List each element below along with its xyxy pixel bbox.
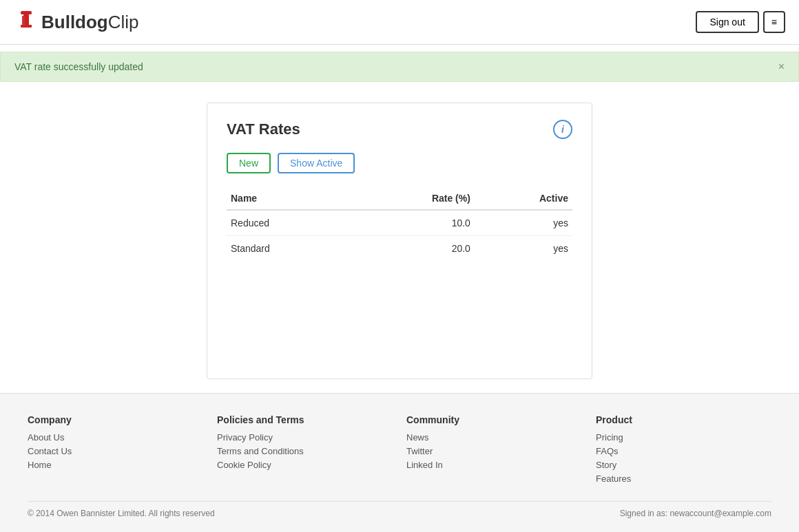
footer-link[interactable]: Story bbox=[596, 460, 771, 470]
footer-col-heading-1: Policies and Terms bbox=[217, 414, 393, 425]
logo-text: BulldogClip bbox=[41, 12, 139, 33]
col-header-rate: Rate (%) bbox=[351, 187, 475, 210]
cell-rate: 20.0 bbox=[351, 236, 475, 262]
alert-close-button[interactable]: × bbox=[778, 61, 785, 73]
footer-grid: CompanyAbout UsContact UsHomePolicies an… bbox=[28, 414, 771, 487]
footer-link[interactable]: Twitter bbox=[406, 446, 582, 456]
vat-rates-table: Name Rate (%) Active Reduced 10.0 yes St… bbox=[227, 187, 572, 261]
footer-link[interactable]: Linked In bbox=[406, 460, 582, 470]
footer-link[interactable]: Features bbox=[596, 474, 771, 484]
footer-link[interactable]: Privacy Policy bbox=[217, 432, 393, 443]
card-header: VAT Rates i bbox=[227, 120, 572, 139]
signout-button[interactable]: Sign out bbox=[696, 11, 758, 33]
footer-col-2: CommunityNewsTwitterLinked In bbox=[406, 414, 582, 487]
header-actions: Sign out ≡ bbox=[696, 11, 785, 33]
footer-link[interactable]: Contact Us bbox=[28, 446, 203, 456]
footer-link[interactable]: Terms and Conditions bbox=[217, 446, 393, 456]
cell-name: Reduced bbox=[227, 210, 351, 236]
alert-message: VAT rate successfully updated bbox=[14, 61, 143, 72]
footer-link[interactable]: Home bbox=[28, 460, 203, 470]
card-title: VAT Rates bbox=[227, 120, 300, 138]
footer-link[interactable]: FAQs bbox=[596, 446, 771, 456]
bulldog-clip-logo-icon bbox=[14, 10, 39, 34]
cell-active: yes bbox=[475, 236, 572, 262]
header: BulldogClip Sign out ≡ bbox=[0, 0, 799, 45]
footer-bottom: © 2014 Owen Bannister Limited. All right… bbox=[28, 501, 771, 518]
footer-link[interactable]: About Us bbox=[28, 432, 203, 443]
action-buttons: New Show Active bbox=[227, 153, 572, 173]
footer-link[interactable]: News bbox=[406, 432, 582, 443]
col-header-active: Active bbox=[475, 187, 572, 210]
footer-col-heading-0: Company bbox=[28, 414, 203, 425]
footer-col-1: Policies and TermsPrivacy PolicyTerms an… bbox=[217, 414, 393, 487]
logo: BulldogClip bbox=[14, 10, 139, 34]
vat-rates-card: VAT Rates i New Show Active Name Rate (%… bbox=[207, 103, 592, 379]
svg-rect-0 bbox=[21, 11, 32, 14]
cell-name: Standard bbox=[227, 236, 351, 262]
cell-active: yes bbox=[475, 210, 572, 236]
copyright: © 2014 Owen Bannister Limited. All right… bbox=[28, 509, 215, 518]
success-alert: VAT rate successfully updated × bbox=[0, 52, 799, 82]
show-active-button[interactable]: Show Active bbox=[278, 153, 355, 173]
cell-rate: 10.0 bbox=[351, 210, 475, 236]
col-header-name: Name bbox=[227, 187, 351, 210]
table-row: Standard 20.0 yes bbox=[227, 236, 572, 262]
new-button[interactable]: New bbox=[227, 153, 271, 173]
footer-col-3: ProductPricingFAQsStoryFeatures bbox=[596, 414, 771, 487]
signed-in-as: Signed in as: newaccount@example.com bbox=[620, 509, 771, 518]
menu-button[interactable]: ≡ bbox=[763, 11, 785, 33]
footer-col-0: CompanyAbout UsContact UsHome bbox=[28, 414, 203, 487]
footer-link[interactable]: Pricing bbox=[596, 432, 771, 443]
footer-link[interactable]: Cookie Policy bbox=[217, 460, 393, 470]
table-row: Reduced 10.0 yes bbox=[227, 210, 572, 236]
svg-rect-3 bbox=[22, 16, 25, 25]
main-content: VAT Rates i New Show Active Name Rate (%… bbox=[0, 89, 799, 393]
footer-col-heading-3: Product bbox=[596, 414, 771, 425]
table-header-row: Name Rate (%) Active bbox=[227, 187, 572, 210]
footer: CompanyAbout UsContact UsHomePolicies an… bbox=[0, 393, 799, 532]
footer-col-heading-2: Community bbox=[406, 414, 582, 425]
info-icon[interactable]: i bbox=[553, 120, 572, 139]
